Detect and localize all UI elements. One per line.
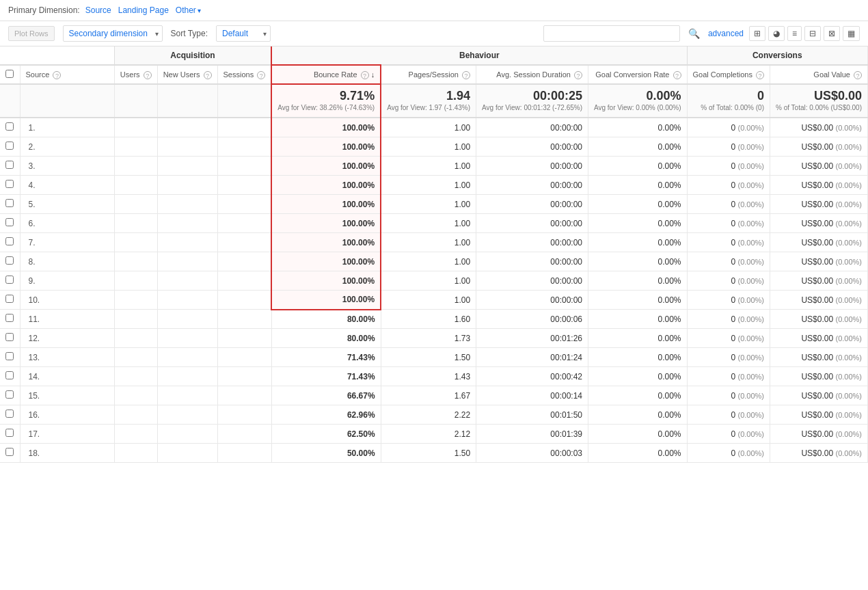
row-goal-completions-cell: 0 (0.00%): [687, 118, 770, 137]
row-avg-session-cell: 00:00:00: [476, 271, 588, 291]
row-pages-session-cell: 1.00: [381, 176, 476, 195]
secondary-dimension-select[interactable]: Secondary dimension: [63, 25, 163, 42]
table-row: 9. 100.00% 1.00 00:00:00 0.00% 0 (0.00%)…: [0, 271, 868, 291]
pie-view-button[interactable]: ◕: [768, 26, 785, 41]
goal-value-column-header[interactable]: Goal Value ?: [770, 65, 868, 84]
search-input[interactable]: [543, 25, 680, 42]
row-goal-completions-cell: 0 (0.00%): [687, 137, 770, 157]
goal-completions-column-header[interactable]: Goal Completions ?: [687, 65, 770, 84]
sessions-column-header[interactable]: Sessions ?: [217, 65, 271, 84]
row-avg-session-cell: 00:00:00: [476, 176, 588, 195]
compare-view-button[interactable]: ⊠: [824, 26, 840, 41]
row-checkbox[interactable]: [5, 390, 14, 399]
row-avg-session-cell: 00:00:00: [476, 137, 588, 157]
sort-type-select[interactable]: Default: [216, 25, 271, 42]
row-checkbox[interactable]: [5, 295, 14, 303]
row-number-cell: 7.: [20, 233, 114, 252]
row-sessions-cell: [217, 195, 271, 214]
row-checkbox[interactable]: [5, 237, 14, 245]
avg-session-duration-column-header[interactable]: Avg. Session Duration ?: [476, 65, 588, 84]
row-checkbox-cell: [0, 233, 20, 252]
row-users-cell: [114, 118, 157, 137]
row-checkbox[interactable]: [5, 122, 14, 131]
table-view-button[interactable]: ▦: [843, 26, 860, 41]
table-row: 18. 50.00% 1.50 00:00:03 0.00% 0 (0.00%)…: [0, 444, 868, 463]
row-new-users-cell: [157, 118, 217, 137]
pivot-view-button[interactable]: ⊟: [804, 26, 821, 41]
row-pages-session-cell: 1.50: [381, 348, 476, 367]
summary-goal-conv-rate-cell: 0.00% Avg for View: 0.00% (0.00%): [588, 84, 687, 118]
row-checkbox[interactable]: [5, 352, 14, 360]
grid-view-button[interactable]: ⊞: [749, 26, 765, 41]
bounce-rate-column-header[interactable]: Bounce Rate ? ↓: [271, 65, 381, 84]
row-checkbox[interactable]: [5, 429, 14, 437]
row-checkbox-cell: [0, 271, 20, 291]
row-new-users-cell: [157, 329, 217, 348]
row-checkbox[interactable]: [5, 218, 14, 226]
row-sessions-cell: [217, 425, 271, 444]
row-checkbox-cell: [0, 367, 20, 386]
pages-session-column-header[interactable]: Pages/Session ?: [381, 65, 476, 84]
sessions-info-icon: ?: [257, 71, 265, 79]
select-all-checkbox[interactable]: [5, 70, 14, 78]
row-goal-completions-cell: 0 (0.00%): [687, 214, 770, 233]
row-goal-value-cell: US$0.00 (0.00%): [770, 118, 868, 137]
row-goal-conv-rate-cell: 0.00%: [588, 329, 687, 348]
row-pages-session-cell: 2.12: [381, 425, 476, 444]
row-number-cell: 10.: [20, 291, 114, 310]
summary-avg-session-cell: 00:00:25 Avg for View: 00:01:32 (-72.65%…: [476, 84, 588, 118]
row-checkbox[interactable]: [5, 161, 14, 169]
row-avg-session-cell: 00:01:24: [476, 348, 588, 367]
other-dimension-dropdown[interactable]: Other ▾: [176, 5, 201, 15]
row-checkbox-cell: [0, 118, 20, 137]
row-checkbox[interactable]: [5, 448, 14, 456]
row-checkbox[interactable]: [5, 371, 14, 379]
empty-section-header: [0, 46, 114, 65]
landing-page-dimension-link[interactable]: Landing Page: [118, 5, 169, 15]
users-column-header[interactable]: Users ?: [114, 65, 157, 84]
row-bounce-rate-cell: 80.00%: [271, 310, 381, 329]
row-users-cell: [114, 425, 157, 444]
row-checkbox[interactable]: [5, 333, 14, 341]
column-header-row: Source ? Users ? New Users ? Sessions ? …: [0, 65, 868, 84]
row-goal-completions-cell: 0 (0.00%): [687, 291, 770, 310]
row-new-users-cell: [157, 367, 217, 386]
goal-conversion-rate-column-header[interactable]: Goal Conversion Rate ?: [588, 65, 687, 84]
table-row: 11. 80.00% 1.60 00:00:06 0.00% 0 (0.00%)…: [0, 310, 868, 329]
advanced-link[interactable]: advanced: [708, 29, 744, 38]
row-checkbox[interactable]: [5, 142, 14, 150]
table-row: 5. 100.00% 1.00 00:00:00 0.00% 0 (0.00%)…: [0, 195, 868, 214]
row-checkbox[interactable]: [5, 256, 14, 265]
row-avg-session-cell: 00:00:00: [476, 233, 588, 252]
row-checkbox[interactable]: [5, 199, 14, 207]
goal-completions-info-icon: ?: [756, 71, 764, 79]
row-goal-value-cell: US$0.00 (0.00%): [770, 310, 868, 329]
table-row: 10. 100.00% 1.00 00:00:00 0.00% 0 (0.00%…: [0, 291, 868, 310]
row-number-cell: 18.: [20, 444, 114, 463]
row-checkbox[interactable]: [5, 314, 14, 322]
row-bounce-rate-cell: 71.43%: [271, 348, 381, 367]
new-users-column-header[interactable]: New Users ?: [157, 65, 217, 84]
plot-rows-button[interactable]: Plot Rows: [8, 26, 55, 41]
goal-value-info-icon: ?: [854, 71, 862, 79]
row-sessions-cell: [217, 233, 271, 252]
row-users-cell: [114, 348, 157, 367]
row-checkbox[interactable]: [5, 410, 14, 418]
row-checkbox[interactable]: [5, 276, 14, 284]
row-sessions-cell: [217, 329, 271, 348]
row-goal-conv-rate-cell: 0.00%: [588, 157, 687, 176]
row-users-cell: [114, 444, 157, 463]
source-column-header[interactable]: Source ?: [20, 65, 114, 84]
row-sessions-cell: [217, 137, 271, 157]
row-goal-value-cell: US$0.00 (0.00%): [770, 386, 868, 405]
table-row: 3. 100.00% 1.00 00:00:00 0.00% 0 (0.00%)…: [0, 157, 868, 176]
row-checkbox[interactable]: [5, 180, 14, 188]
row-sessions-cell: [217, 118, 271, 137]
row-goal-value-cell: US$0.00 (0.00%): [770, 157, 868, 176]
row-users-cell: [114, 233, 157, 252]
row-users-cell: [114, 310, 157, 329]
search-button[interactable]: 🔍: [686, 27, 703, 40]
bar-view-button[interactable]: ≡: [787, 26, 802, 41]
new-users-info-icon: ?: [204, 71, 212, 79]
source-dimension-link[interactable]: Source: [85, 5, 111, 15]
